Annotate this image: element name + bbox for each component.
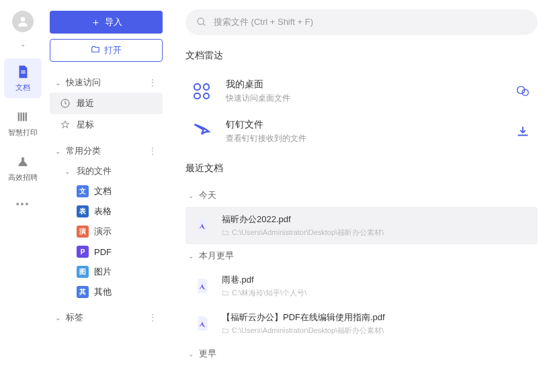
radar-text: 我的桌面 快速访问桌面文件 <box>226 79 500 104</box>
category-item[interactable]: PPDF <box>58 242 163 262</box>
categories-sub: ⌄ 我的文件 文文档表表格演演示PPDF图图片其其他 <box>50 161 163 302</box>
rail-label: 文档 <box>15 83 30 93</box>
chevron-down-icon: ⌄ <box>55 314 66 322</box>
svg-rect-5 <box>23 113 24 121</box>
radar-item-sub: 查看钉钉接收到的文件 <box>226 133 500 144</box>
radar-item-title: 我的桌面 <box>226 79 500 91</box>
radar-item-desktop[interactable]: 我的桌面 快速访问桌面文件 <box>185 71 538 111</box>
svg-rect-3 <box>18 113 19 121</box>
chevron-down-icon: ⌄ <box>55 79 66 87</box>
svg-point-0 <box>21 17 26 21</box>
recent-group-header[interactable]: ⌄本月更早 <box>185 244 538 267</box>
file-type-icon: 表 <box>77 205 89 217</box>
category-label: 演示 <box>94 226 112 238</box>
category-item[interactable]: 图图片 <box>58 262 163 282</box>
my-files-header[interactable]: ⌄ 我的文件 <box>58 161 163 181</box>
folder-open-icon <box>91 45 100 56</box>
file-path: C:\Users\Administrator\Desktop\福昕办公素材\ <box>222 326 531 336</box>
document-icon <box>15 64 31 80</box>
group-label: 今天 <box>199 189 216 201</box>
group-label: 本月更早 <box>199 250 234 262</box>
file-type-icon: 图 <box>77 266 89 278</box>
radar-title: 文档雷达 <box>185 50 538 62</box>
rail-item-recruit[interactable]: 高效招聘 <box>4 148 42 188</box>
file-info: 【福昕云办公】PDF在线编辑使用指南.pdfC:\Users\Administr… <box>222 311 531 336</box>
avatar[interactable] <box>12 11 34 32</box>
category-item[interactable]: 文文档 <box>58 181 163 201</box>
dingtalk-icon <box>188 118 215 145</box>
category-label: 图片 <box>94 266 112 278</box>
category-item[interactable]: 演演示 <box>58 222 163 242</box>
file-row[interactable]: 福昕办公2022.pdfC:\Users\Administrator\Deskt… <box>185 207 538 244</box>
file-type-icon: 其 <box>77 286 89 298</box>
more-icon[interactable]: ⋮ <box>148 77 157 88</box>
chevron-down-icon: ⌄ <box>188 192 194 199</box>
search-input[interactable]: 搜索文件 (Ctrl + Shift + F) <box>185 9 538 35</box>
file-type-icon: 文 <box>77 185 89 197</box>
radar-item-title: 钉钉文件 <box>226 119 500 131</box>
file-path: C:\Users\Administrator\Desktop\福昕办公素材\ <box>222 228 531 238</box>
rail-label: 高效招聘 <box>8 173 38 183</box>
svg-rect-4 <box>20 113 22 121</box>
file-row[interactable]: 【福昕云办公】PDF在线编辑使用指南.pdfC:\Users\Administr… <box>185 305 538 342</box>
sidebar-item-starred[interactable]: 星标 <box>50 114 163 136</box>
svg-rect-6 <box>26 113 27 121</box>
main-content: 搜索文件 (Ctrl + Shift + F) 文档雷达 我的桌面 快速访问桌面… <box>169 0 547 392</box>
tags-header[interactable]: ⌄ 标签 ⋮ <box>50 307 163 328</box>
categories-label: 常用分类 <box>66 145 148 157</box>
categories-header[interactable]: ⌄ 常用分类 ⋮ <box>50 141 163 161</box>
quick-access-section: ⌄ 快速访问 ⋮ 最近 星标 <box>50 72 163 136</box>
file-path: C:\林海玲\知乎\个人号\ <box>222 288 531 298</box>
starred-label: 星标 <box>77 119 94 131</box>
quick-access-header[interactable]: ⌄ 快速访问 ⋮ <box>50 72 163 93</box>
rail-label: 智慧打印 <box>8 128 38 138</box>
recent-group-header[interactable]: ⌄今天 <box>185 184 538 207</box>
rail-item-documents[interactable]: 文档 <box>4 58 42 98</box>
recruit-icon <box>15 154 31 170</box>
more-icon[interactable]: ⋮ <box>148 312 157 323</box>
recent-group-header[interactable]: ⌄更早 <box>185 342 538 365</box>
pdf-file-icon <box>192 215 212 236</box>
pdf-file-icon <box>192 276 212 296</box>
file-info: 雨巷.pdfC:\林海玲\知乎\个人号\ <box>222 274 531 298</box>
chevron-down-icon: ⌄ <box>188 350 194 358</box>
tags-section: ⌄ 标签 ⋮ <box>50 307 163 328</box>
import-button[interactable]: ＋ 导入 <box>50 11 163 34</box>
category-item[interactable]: 表表格 <box>58 201 163 222</box>
rail-more-icon[interactable]: ••• <box>16 199 30 209</box>
file-type-icon: P <box>77 246 89 258</box>
category-label: 其他 <box>94 286 112 298</box>
search-placeholder: 搜索文件 (Ctrl + Shift + F) <box>214 16 313 28</box>
wechat-action-icon[interactable] <box>511 79 535 103</box>
open-button[interactable]: 打开 <box>50 39 163 62</box>
file-row[interactable]: 雨巷.pdfC:\林海玲\知乎\个人号\ <box>185 267 538 305</box>
sidebar-tree: ⌄ 快速访问 ⋮ 最近 星标 ⌄ 常用分类 ⋮ <box>50 72 163 333</box>
recent-title: 最近文档 <box>185 162 538 175</box>
recent-label: 最近 <box>77 97 94 109</box>
svg-rect-1 <box>21 70 25 71</box>
chevron-down-icon: ⌄ <box>55 148 66 155</box>
import-label: 导入 <box>105 16 122 28</box>
my-files-label: 我的文件 <box>77 165 112 177</box>
category-label: 文档 <box>94 185 112 197</box>
radar-text: 钉钉文件 查看钉钉接收到的文件 <box>226 119 500 144</box>
download-action-icon[interactable] <box>511 119 535 144</box>
quick-access-label: 快速访问 <box>66 77 148 89</box>
sidebar-item-recent[interactable]: 最近 <box>50 93 163 114</box>
left-rail: ⌄ 文档 智慧打印 高效招聘 ••• <box>0 0 46 392</box>
open-label: 打开 <box>104 44 122 56</box>
file-name: 福昕办公2022.pdf <box>222 213 531 226</box>
file-name: 雨巷.pdf <box>222 274 531 286</box>
chevron-down-icon: ⌄ <box>188 252 194 260</box>
category-label: 表格 <box>94 205 112 217</box>
pdf-file-icon <box>192 313 212 334</box>
category-item[interactable]: 其其他 <box>58 282 163 302</box>
radar-item-sub: 快速访问桌面文件 <box>226 93 500 104</box>
clock-icon <box>59 98 71 109</box>
grid-icon <box>188 78 215 105</box>
file-name: 【福昕云办公】PDF在线编辑使用指南.pdf <box>222 311 531 324</box>
more-icon[interactable]: ⋮ <box>148 146 157 156</box>
radar-item-dingtalk[interactable]: 钉钉文件 查看钉钉接收到的文件 <box>185 111 538 152</box>
rail-item-print[interactable]: 智慧打印 <box>4 103 42 143</box>
avatar-chevron-icon[interactable]: ⌄ <box>20 40 26 48</box>
